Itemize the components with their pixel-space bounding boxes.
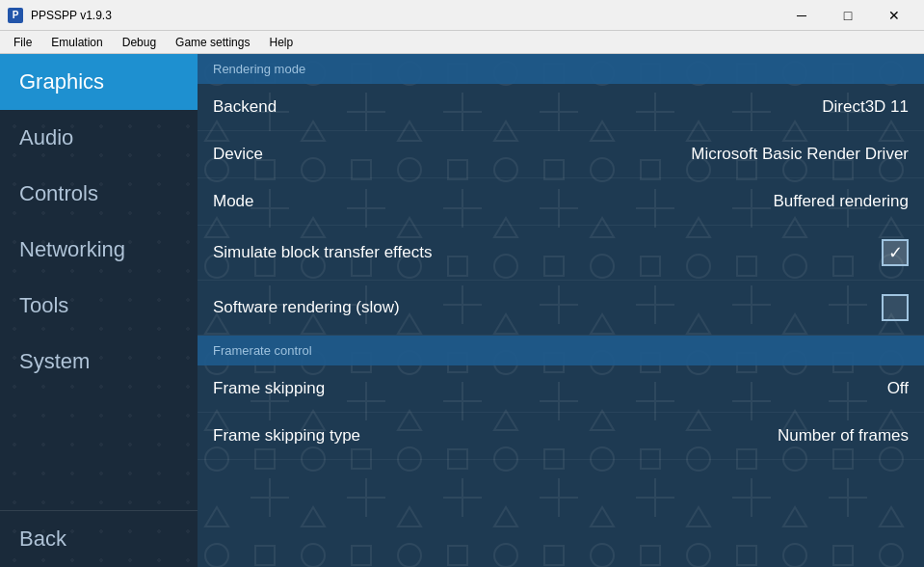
- menu-game-settings[interactable]: Game settings: [166, 34, 259, 51]
- setting-frame-skipping[interactable]: Frame skipping Off: [198, 365, 924, 413]
- setting-frame-skipping-value: Off: [887, 379, 909, 398]
- setting-frame-skipping-type-value: Number of frames: [778, 426, 909, 446]
- app-icon: P: [8, 8, 23, 23]
- menu-file[interactable]: File: [4, 34, 41, 51]
- setting-backend[interactable]: Backend Direct3D 11: [198, 84, 924, 131]
- sidebar-item-system[interactable]: System: [0, 334, 198, 390]
- setting-backend-value: Direct3D 11: [822, 97, 909, 117]
- main-content: Graphics Audio Controls Networking Tools…: [0, 54, 924, 567]
- setting-software-rendering-label: Software rendering (slow): [213, 298, 400, 317]
- sidebar-item-controls[interactable]: Controls: [0, 166, 198, 222]
- menu-bar: File Emulation Debug Game settings Help: [0, 31, 924, 54]
- setting-mode[interactable]: Mode Buffered rendering: [198, 178, 924, 226]
- close-button[interactable]: ✕: [872, 2, 916, 29]
- setting-device-label: Device: [213, 145, 263, 164]
- section-framerate-control: Framerate control: [198, 336, 924, 365]
- maximize-button[interactable]: □: [826, 2, 870, 29]
- sidebar-item-audio[interactable]: Audio: [0, 110, 198, 166]
- minimize-button[interactable]: ─: [779, 2, 824, 29]
- title-bar-left: P PPSSPP v1.9.3: [8, 8, 112, 23]
- setting-backend-label: Backend: [213, 97, 277, 117]
- software-rendering-checkbox[interactable]: [882, 294, 909, 321]
- setting-frame-skipping-type-label: Frame skipping type: [213, 426, 360, 446]
- setting-frame-skipping-label: Frame skipping: [213, 379, 325, 398]
- setting-simulate-block[interactable]: Simulate block transfer effects ✓: [198, 226, 924, 281]
- title-bar-title: PPSSPP v1.9.3: [31, 9, 112, 22]
- menu-emulation[interactable]: Emulation: [41, 34, 112, 51]
- sidebar-item-networking[interactable]: Networking: [0, 222, 198, 278]
- settings-panel: Rendering mode Backend Direct3D 11 Devic…: [198, 54, 924, 567]
- title-bar-controls: ─ □ ✕: [779, 2, 916, 29]
- setting-mode-label: Mode: [213, 192, 254, 211]
- section-rendering-mode: Rendering mode: [198, 54, 924, 84]
- sidebar-item-graphics[interactable]: Graphics: [0, 54, 198, 110]
- menu-debug[interactable]: Debug: [113, 34, 166, 51]
- setting-simulate-block-label: Simulate block transfer effects: [213, 243, 432, 262]
- setting-frame-skipping-type[interactable]: Frame skipping type Number of frames: [198, 413, 924, 460]
- menu-help[interactable]: Help: [259, 34, 303, 51]
- sidebar: Graphics Audio Controls Networking Tools…: [0, 54, 198, 567]
- title-bar: P PPSSPP v1.9.3 ─ □ ✕: [0, 0, 924, 31]
- setting-software-rendering[interactable]: Software rendering (slow): [198, 281, 924, 336]
- sidebar-items: Graphics Audio Controls Networking Tools…: [0, 54, 198, 510]
- simulate-block-checkbox[interactable]: ✓: [882, 239, 909, 266]
- setting-mode-value: Buffered rendering: [773, 192, 909, 211]
- setting-device[interactable]: Device Microsoft Basic Render Driver: [198, 131, 924, 178]
- back-button[interactable]: Back: [0, 510, 198, 567]
- sidebar-item-tools[interactable]: Tools: [0, 278, 198, 334]
- setting-device-value: Microsoft Basic Render Driver: [691, 145, 909, 164]
